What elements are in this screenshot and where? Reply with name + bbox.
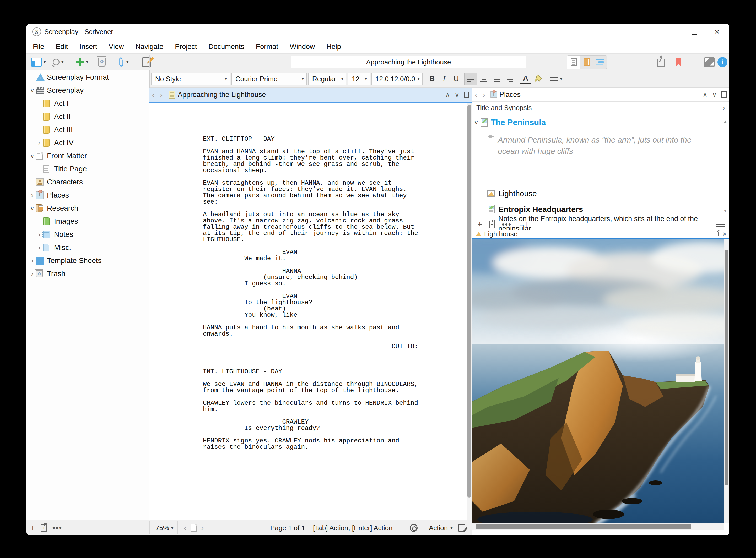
binder-item-front-matter[interactable]: vFront Matter (26, 149, 149, 162)
split-editor-icon[interactable] (464, 92, 469, 98)
entropix-title[interactable]: Entropix Headquarters (498, 205, 703, 214)
menu-item-file[interactable]: File (33, 43, 44, 51)
open-external-icon[interactable] (714, 232, 718, 236)
menu-item-documents[interactable]: Documents (209, 43, 244, 51)
list-item[interactable]: Armund Peninsula, known as “the arm”, ju… (488, 134, 700, 157)
previous-page-icon[interactable]: ‹ (184, 524, 186, 532)
back-icon[interactable]: ‹ (472, 90, 480, 99)
chevron-down-icon[interactable]: v (475, 119, 478, 126)
zoom-dropdown[interactable]: 75% ▾ (155, 520, 173, 535)
scriptwriting-toggle-button[interactable] (459, 520, 465, 535)
attach-button[interactable]: ▾ (116, 54, 129, 70)
scroll-down-icon[interactable]: ▼ (723, 208, 727, 213)
bookmarks-button[interactable] (676, 54, 681, 70)
forward-icon[interactable]: › (480, 90, 488, 99)
editor-scrollbar-thumb[interactable] (467, 105, 471, 498)
next-doc-icon[interactable]: ∨ (712, 91, 717, 98)
add-synopsis-button[interactable]: + (477, 220, 482, 229)
justify-button[interactable] (490, 73, 503, 85)
add-folder-icon[interactable]: + (41, 524, 47, 532)
import-icon[interactable]: →] (518, 220, 528, 229)
binder-item-act-iii[interactable]: Act III (26, 123, 149, 136)
chevron-down-icon[interactable]: v (29, 152, 35, 159)
align-left-button[interactable] (464, 73, 477, 85)
lighthouse-title[interactable]: Lighthouse (498, 189, 537, 198)
chevron-down-icon[interactable]: v (29, 87, 35, 94)
title-synopsis-bar[interactable]: Title and Synopsis › (472, 102, 729, 114)
search-button[interactable]: ▾ (53, 54, 64, 70)
add-item-button[interactable]: ▾ (76, 54, 88, 70)
add-document-button[interactable]: + (30, 523, 35, 533)
quick-note-button[interactable] (142, 54, 151, 70)
list-item[interactable]: v The Peninsula (475, 118, 546, 127)
more-options-icon[interactable]: ••• (502, 220, 512, 229)
chevron-right-icon[interactable]: › (29, 270, 35, 278)
previous-doc-icon[interactable]: ∧ (703, 91, 708, 98)
menu-item-format[interactable]: Format (256, 43, 278, 51)
photo-hscroll-thumb[interactable] (476, 525, 691, 529)
list-format-button[interactable]: ▾ (547, 73, 565, 85)
script-element-dropdown[interactable]: Action ▾ (429, 520, 453, 535)
maximize-button[interactable] (688, 26, 701, 38)
binder-toggle-button[interactable]: ▾ (31, 54, 46, 70)
menu-item-insert[interactable]: Insert (79, 43, 97, 51)
lighthouse-photo[interactable] (472, 239, 724, 524)
underline-button[interactable]: U (450, 73, 462, 85)
menu-item-view[interactable]: View (109, 43, 124, 51)
peninsula-synopsis[interactable]: Armund Peninsula, known as “the arm”, ju… (498, 134, 700, 157)
binder-item-act-ii[interactable]: Act II (26, 110, 149, 123)
align-right-button[interactable] (504, 73, 516, 85)
binder-item-misc-[interactable]: ›Misc. (26, 241, 149, 254)
style-combobox[interactable]: No Style▾ (151, 73, 230, 85)
binder-item-trash[interactable]: ›♻Trash (26, 267, 149, 280)
menu-item-project[interactable]: Project (175, 43, 197, 51)
chevron-right-icon[interactable]: › (36, 139, 43, 147)
photo-vertical-scrollbar[interactable] (724, 239, 729, 524)
binder-item-notes[interactable]: ›Notes (26, 228, 149, 241)
view-document-button[interactable] (567, 55, 580, 69)
list-item[interactable]: Lighthouse (487, 189, 537, 198)
editor-scrollbar[interactable] (467, 103, 472, 520)
peninsula-title[interactable]: The Peninsula (491, 118, 546, 127)
scroll-up-icon[interactable]: ▲ (723, 119, 727, 123)
chevron-right-icon[interactable]: › (36, 244, 43, 252)
close-button[interactable]: × (711, 26, 723, 38)
document-title-field[interactable]: Approaching the Lighthouse (291, 56, 526, 68)
chevron-down-icon[interactable]: ▾ (86, 59, 88, 65)
list-view-icon[interactable] (716, 222, 725, 227)
previous-doc-icon[interactable]: ∧ (445, 91, 450, 99)
font-variant-combobox[interactable]: Regular▾ (308, 73, 346, 85)
binder-item-screenplay[interactable]: vScreenplay (26, 84, 149, 97)
binder-item-research[interactable]: vResearch (26, 202, 149, 215)
view-corkboard-button[interactable] (580, 55, 593, 69)
font-combobox[interactable]: Courier Prime▾ (231, 73, 307, 85)
menu-item-help[interactable]: Help (326, 43, 341, 51)
bold-button[interactable]: B (426, 73, 438, 85)
binder-item-act-iv[interactable]: ›Act IV (26, 136, 149, 149)
menu-item-edit[interactable]: Edit (56, 43, 68, 51)
add-document-icon[interactable]: + (489, 221, 495, 228)
typewriter-scroll-button[interactable] (410, 520, 418, 535)
text-color-button[interactable]: A (520, 74, 531, 84)
share-button[interactable] (657, 54, 665, 70)
chevron-right-icon[interactable]: › (723, 104, 725, 112)
view-outliner-button[interactable] (593, 55, 607, 69)
highlight-button[interactable] (533, 73, 544, 85)
binder-item-template-sheets[interactable]: ›Template Sheets (26, 254, 149, 267)
italic-button[interactable]: I (439, 73, 449, 85)
split-editor-icon[interactable] (722, 92, 727, 98)
chevron-down-icon[interactable]: ▾ (126, 59, 129, 65)
binder-item-title-page[interactable]: Title Page (26, 162, 149, 176)
binder-item-places[interactable]: ›Places (26, 188, 149, 202)
compose-mode-button[interactable] (704, 54, 715, 70)
chevron-right-icon[interactable]: › (29, 257, 35, 265)
binder-item-characters[interactable]: Characters (26, 176, 149, 188)
binder-item-act-i[interactable]: Act I (26, 97, 149, 110)
menu-item-navigate[interactable]: Navigate (136, 43, 164, 51)
chevron-right-icon[interactable]: › (36, 231, 43, 239)
photo-horizontal-scrollbar[interactable] (472, 524, 724, 530)
align-center-button[interactable] (477, 73, 490, 85)
font-size-combobox[interactable]: 12▾ (348, 73, 370, 85)
next-page-icon[interactable]: › (201, 524, 204, 532)
forward-icon[interactable]: › (157, 91, 165, 99)
